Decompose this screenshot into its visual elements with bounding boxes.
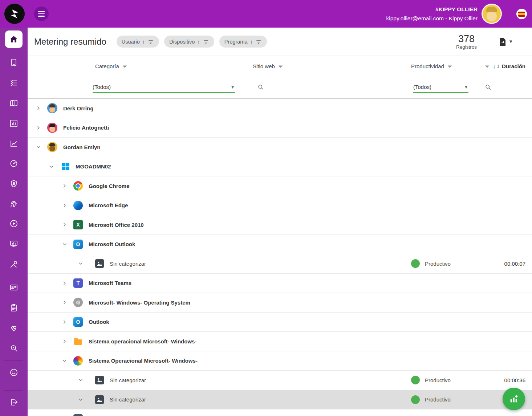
table-row-program[interactable]: O Microsoft Outlook	[28, 235, 532, 254]
menu-button[interactable]	[34, 7, 49, 21]
chevron-right-icon[interactable]	[60, 279, 69, 287]
row-label: Sin categorizar	[110, 261, 146, 267]
chevron-right-icon[interactable]	[60, 201, 69, 210]
uncategorized-image-icon	[95, 395, 104, 404]
table-row-user[interactable]: Derk Orring	[28, 99, 532, 118]
chevron-down-icon[interactable]	[60, 240, 69, 249]
website-search-button[interactable]	[257, 83, 264, 92]
chevron-down-icon[interactable]	[47, 162, 56, 171]
chevron-right-icon[interactable]	[34, 104, 43, 113]
sidebar-item-map[interactable]	[8, 97, 20, 109]
chevron-right-icon[interactable]	[60, 337, 69, 346]
table-row-category-selected[interactable]: Sin categorizar Productivo	[28, 390, 532, 410]
tree-table: Derk Orring Felicio Antognetti Gordan Em…	[28, 99, 532, 416]
sidebar-item-clipboard[interactable]	[8, 302, 20, 314]
sidebar-item-line-chart[interactable]	[8, 138, 20, 150]
row-label: Microsoft Outlook	[89, 241, 135, 247]
sidebar-item-gauge[interactable]	[8, 158, 20, 169]
chip-label: Usuario	[122, 39, 140, 45]
excel-icon: X	[73, 220, 83, 229]
chevron-down-icon[interactable]	[60, 356, 69, 365]
productivity-dot	[411, 376, 420, 384]
sidebar-item-search[interactable]	[8, 343, 20, 354]
row-label: Microsoft- Windows- Operating System	[89, 299, 190, 306]
table-row-user[interactable]: Felicio Antognetti	[28, 118, 532, 138]
sort-chip-programa[interactable]: Programa ↑	[219, 36, 267, 48]
table-row-program[interactable]: Sistema operacional Microsoft- Windows-	[28, 332, 532, 351]
add-chart-fab[interactable]	[503, 388, 525, 410]
table-row-device[interactable]: MGOADMN02	[28, 157, 532, 177]
search-icon	[257, 83, 264, 91]
column-header-categoria[interactable]: Categoría	[95, 56, 128, 76]
sort-chip-usuario[interactable]: Usuario ↑	[117, 36, 159, 48]
edge-icon	[73, 201, 83, 210]
column-header-sitio-web[interactable]: Sitio web	[253, 56, 284, 76]
chevron-right-icon[interactable]	[60, 182, 69, 190]
table-row-category[interactable]: Sin categorizar Productivo 00:00:36	[28, 371, 532, 390]
row-label: Outlook	[89, 319, 109, 325]
sort-chip-dispositivo[interactable]: Dispositivo ↑	[164, 36, 214, 48]
filter-icon[interactable]	[122, 63, 128, 69]
export-file-icon	[499, 37, 507, 46]
chevron-down-icon[interactable]	[34, 143, 43, 151]
gear-icon: ⚙	[73, 298, 83, 307]
table-row-program[interactable]: T Microsoft Teams	[28, 274, 532, 293]
duration-search-button[interactable]	[484, 83, 492, 92]
chevron-down-icon[interactable]	[76, 259, 85, 268]
sidebar-item-health[interactable]	[8, 322, 20, 334]
chevron-right-icon[interactable]	[60, 318, 69, 326]
sidebar	[0, 28, 28, 416]
productivity-dot	[411, 259, 420, 268]
sidebar-item-task-list[interactable]	[8, 77, 20, 89]
column-header-productividad[interactable]: Productividad	[411, 56, 453, 76]
search-icon	[484, 83, 492, 91]
sidebar-item-play[interactable]	[8, 218, 20, 229]
table-row-program[interactable]: O Outlook	[28, 313, 532, 332]
row-label: Sin categorizar	[110, 377, 146, 383]
filter-icon[interactable]	[277, 63, 284, 69]
table-row-category[interactable]: Sin categorizar Productivo 00:00:07	[28, 254, 532, 274]
page-header: Metering resumido Usuario ↑ Dispositivo …	[28, 28, 532, 56]
table-row-program[interactable]: X Microsoft Office 2010	[28, 215, 532, 235]
chevron-right-icon[interactable]	[60, 298, 69, 307]
devices-icon	[9, 58, 18, 67]
sidebar-item-tools[interactable]	[8, 258, 20, 270]
column-label: Productividad	[411, 63, 444, 69]
sidebar-item-logout[interactable]	[8, 396, 20, 408]
chevron-right-icon[interactable]	[34, 123, 43, 132]
row-label: MGOADMN02	[76, 163, 111, 170]
sidebar-item-bar-chart[interactable]	[8, 118, 20, 129]
sidebar-item-face[interactable]	[8, 367, 20, 378]
app-logo[interactable]	[4, 3, 25, 24]
export-button[interactable]: ▼	[499, 37, 513, 46]
filter-icon[interactable]	[447, 63, 453, 69]
category-filter-select[interactable]: (Todos) ▼	[93, 81, 235, 93]
productivity-label: Productivo	[425, 396, 485, 403]
filter-icon[interactable]	[484, 63, 490, 69]
row-label: Google Chrome	[89, 183, 130, 189]
table-row-program[interactable]: Google Chrome	[28, 176, 532, 196]
sidebar-item-shield[interactable]	[8, 178, 20, 189]
language-flag-spain-icon[interactable]	[516, 9, 527, 19]
row-label: Sistema operacional Microsoft- Windows-	[89, 338, 196, 344]
table-row-program[interactable]: Sistema Operacional Microsoft- Windows-	[28, 351, 532, 371]
sidebar-item-home[interactable]	[5, 30, 23, 48]
app-icon	[73, 414, 83, 416]
gauge-icon	[9, 159, 18, 168]
sidebar-item-fingerprint[interactable]	[8, 198, 20, 210]
table-row-program[interactable]: Microsoft Edge	[28, 196, 532, 216]
column-header-duracion[interactable]: ↓1 Duración	[484, 56, 525, 76]
table-row-partial[interactable]	[28, 409, 532, 416]
uncategorized-image-icon	[95, 376, 104, 384]
productivity-label: Productivo	[425, 261, 485, 267]
table-row-user[interactable]: Gordan Emlyn	[28, 138, 532, 157]
sidebar-item-monitor[interactable]	[8, 238, 20, 250]
productivity-filter-select[interactable]: (Todos) ▼	[413, 81, 468, 93]
table-row-program[interactable]: ⚙ Microsoft- Windows- Operating System	[28, 293, 532, 313]
chevron-down-icon[interactable]	[76, 395, 85, 404]
user-avatar[interactable]	[483, 5, 501, 23]
chevron-right-icon[interactable]	[60, 220, 69, 229]
sidebar-item-devices[interactable]	[8, 57, 20, 68]
chevron-down-icon[interactable]	[76, 376, 85, 384]
sidebar-item-id-card[interactable]	[8, 282, 20, 293]
